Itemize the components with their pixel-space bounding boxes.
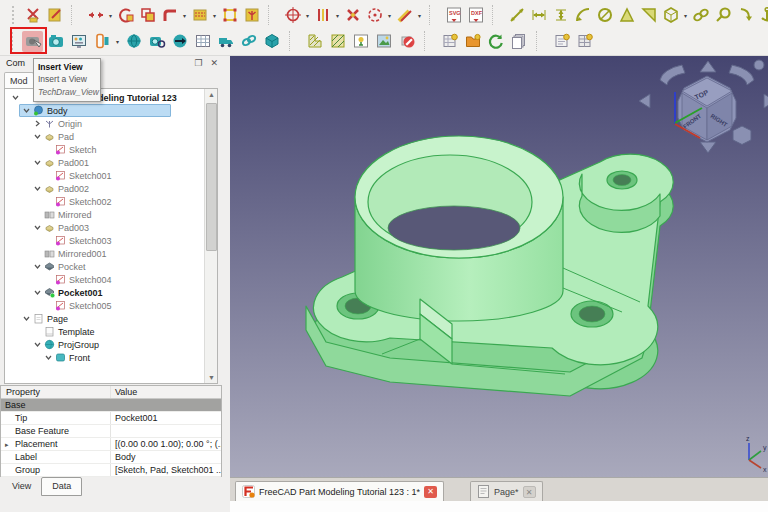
dimension-diameter-icon[interactable]: [594, 5, 615, 26]
cosmetic-line-icon[interactable]: [394, 5, 415, 26]
property-row-base-feature[interactable]: Base Feature: [1, 425, 221, 438]
scrollbar-thumb[interactable]: [206, 103, 217, 251]
hatch-region-icon[interactable]: [304, 31, 325, 52]
tree-item-pad001[interactable]: Pad001: [5, 156, 217, 169]
chevron-down-icon[interactable]: [33, 224, 41, 231]
dropdown-arrow-icon[interactable]: ▾: [334, 12, 341, 19]
chevron-down-icon[interactable]: [11, 94, 19, 101]
chevron-down-icon[interactable]: [22, 107, 30, 114]
tree-item-projgroup[interactable]: ProjGroup: [5, 338, 217, 351]
tree-item-pad002[interactable]: Pad002: [5, 182, 217, 195]
toolbar-grip[interactable]: [11, 32, 17, 50]
chamfer-dim-icon[interactable]: [189, 5, 210, 26]
property-row-group[interactable]: Group[Sketch, Pad, Sketch001 ...]: [1, 464, 221, 477]
tree-item-pocket[interactable]: Pocket: [5, 260, 217, 273]
tree-item-mirrored[interactable]: Mirrored: [5, 208, 217, 221]
scroll-up-icon[interactable]: ▲: [207, 91, 216, 98]
spreadsheet-view-icon[interactable]: [192, 31, 213, 52]
tree-scrollbar[interactable]: ▲ ▼: [204, 89, 217, 383]
insert-view-icon[interactable]: [22, 31, 43, 52]
chevron-down-icon[interactable]: [44, 354, 52, 361]
tab-model[interactable]: Mod: [4, 72, 34, 89]
tree-item-front[interactable]: Front: [5, 351, 217, 364]
insert-image-icon[interactable]: [373, 31, 394, 52]
frame-corners-icon[interactable]: [219, 5, 240, 26]
dropdown-arrow-icon[interactable]: ▾: [181, 12, 188, 19]
dropdown-arrow-icon[interactable]: ▾: [211, 12, 218, 19]
insert-default-page-icon[interactable]: [551, 31, 572, 52]
tree-item-pocket001[interactable]: Pocket001: [5, 286, 217, 299]
tree-item-sketch[interactable]: Sketch: [5, 143, 217, 156]
dimension-radius-icon[interactable]: [572, 5, 593, 26]
tree-item-mirrored001[interactable]: Mirrored001: [5, 247, 217, 260]
chevron-down-icon[interactable]: [33, 133, 41, 140]
shape-view-icon[interactable]: [261, 31, 282, 52]
tab-data[interactable]: Data: [41, 477, 82, 496]
chevron-down-icon[interactable]: [22, 315, 30, 322]
link-dimension-icon[interactable]: [690, 5, 711, 26]
position-section-view-icon[interactable]: [115, 5, 136, 26]
toggle-frames-icon[interactable]: [396, 31, 417, 52]
close-tab-icon[interactable]: ✕: [523, 486, 536, 498]
toolbar-grip[interactable]: [12, 6, 18, 24]
horizontal-chain-dim-icon[interactable]: [85, 5, 106, 26]
dimension-length-icon[interactable]: [506, 5, 527, 26]
chevron-down-icon[interactable]: [33, 159, 41, 166]
parallel-lines-icon[interactable]: [312, 5, 333, 26]
dropdown-arrow-icon[interactable]: ▾: [304, 12, 311, 19]
new-default-page-icon[interactable]: [439, 31, 460, 52]
geometric-hatch-icon[interactable]: [327, 31, 348, 52]
leader-line-icon[interactable]: [734, 5, 755, 26]
tree-item-sketch005[interactable]: Sketch005: [5, 299, 217, 312]
property-value[interactable]: [(0.00 0.00 1.00); 0.00 °; (...: [111, 438, 221, 450]
cut-extension-icon[interactable]: [22, 5, 43, 26]
property-row-tip[interactable]: TipPocket001: [1, 412, 221, 425]
property-group-base[interactable]: Base: [1, 399, 221, 412]
dimension-vertical-icon[interactable]: [550, 5, 571, 26]
insert-page-template-icon[interactable]: [574, 31, 595, 52]
tree-item-template[interactable]: Template: [5, 325, 217, 338]
tree-item-page[interactable]: Page: [5, 312, 217, 325]
tree-item-pad[interactable]: Pad: [5, 130, 217, 143]
chevron-down-icon[interactable]: [33, 263, 41, 270]
property-value[interactable]: [Sketch, Pad, Sketch001 ...]: [111, 464, 221, 476]
document-tab-page[interactable]: Page*✕: [470, 481, 543, 501]
detail-view-icon[interactable]: [146, 31, 167, 52]
3d-viewport[interactable]: TOP FRONT RIGHT z y x: [230, 56, 768, 477]
tree-item-sketch001[interactable]: Sketch001: [5, 169, 217, 182]
tree-item-origin[interactable]: Origin: [5, 117, 217, 130]
float-panel-icon[interactable]: ❐: [194, 58, 202, 68]
chevron-down-icon[interactable]: [33, 341, 41, 348]
expand-icon[interactable]: ▸: [5, 438, 9, 450]
tree-annotation-icon[interactable]: [241, 5, 262, 26]
scroll-down-icon[interactable]: ▼: [207, 374, 216, 381]
property-row-label[interactable]: LabelBody: [1, 451, 221, 464]
tree-item-sketch004[interactable]: Sketch004: [5, 273, 217, 286]
dimension-horizontal-icon[interactable]: [528, 5, 549, 26]
tab-view[interactable]: View: [2, 478, 41, 496]
tree-item-body[interactable]: Body: [5, 104, 217, 117]
property-value[interactable]: Pocket001: [111, 412, 221, 424]
close-tab-icon[interactable]: ✕: [424, 486, 437, 498]
copy-annotation-icon[interactable]: [137, 5, 158, 26]
close-panel-icon[interactable]: ✕: [210, 58, 218, 68]
section-arrow-view-icon[interactable]: [169, 31, 190, 52]
arch-view-icon[interactable]: [238, 31, 259, 52]
centerline-circle-icon[interactable]: [282, 5, 303, 26]
section-view-icon[interactable]: [91, 31, 112, 52]
dimension-angle-icon[interactable]: [616, 5, 637, 26]
export-dxf-icon[interactable]: DXF: [465, 5, 486, 26]
cascade-spacing-icon[interactable]: [159, 5, 180, 26]
dropdown-arrow-icon[interactable]: ▾: [114, 38, 121, 45]
property-row-placement[interactable]: ▸Placement[(0.00 0.00 1.00); 0.00 °; (..…: [1, 438, 221, 451]
redraw-page-icon[interactable]: [485, 31, 506, 52]
edit-annotation-icon[interactable]: [44, 5, 65, 26]
tree-item-pad003[interactable]: Pad003: [5, 221, 217, 234]
dropdown-arrow-icon[interactable]: ▾: [386, 12, 393, 19]
dropdown-arrow-icon[interactable]: ▾: [682, 12, 689, 19]
tree-item-sketch003[interactable]: Sketch003: [5, 234, 217, 247]
property-value[interactable]: Body: [111, 451, 221, 463]
active-view-icon[interactable]: [45, 31, 66, 52]
remove-item-icon[interactable]: [342, 5, 363, 26]
dimension-angle3pt-icon[interactable]: [638, 5, 659, 26]
